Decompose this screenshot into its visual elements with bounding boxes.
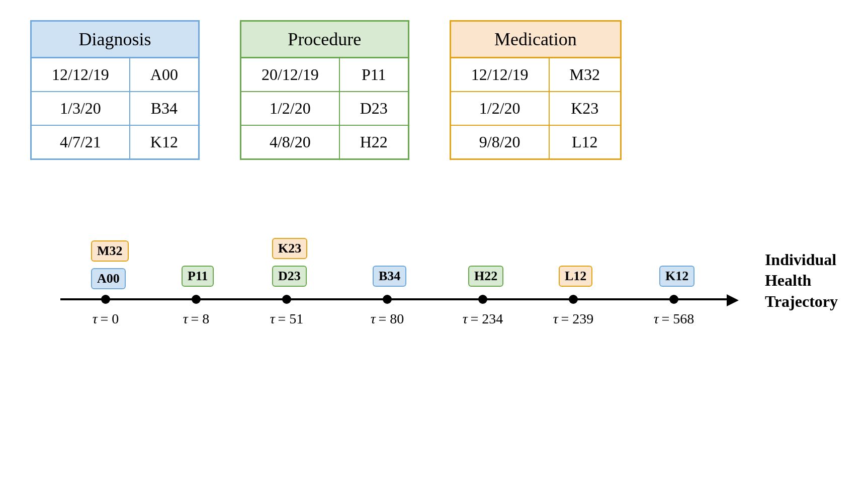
diagnosis-header: Diagnosis xyxy=(31,21,199,58)
procedure-table: Procedure 20/12/19P111/2/20D234/8/20H22 xyxy=(240,20,409,160)
medication-table: Medication 12/12/19M321/2/20K239/8/20L12 xyxy=(450,20,622,160)
timeline-area: τ = 0τ = 8τ = 51τ = 80τ = 234τ = 239τ = … xyxy=(30,200,755,361)
event-card: L12 xyxy=(559,266,592,287)
procedure-header: Procedure xyxy=(240,21,408,58)
table-cell-code: P11 xyxy=(339,58,409,92)
main-container: Diagnosis 12/12/19A001/3/20B344/7/21K12 … xyxy=(0,0,868,496)
table-cell-date: 1/2/20 xyxy=(240,92,339,125)
table-cell-code: B34 xyxy=(130,92,199,125)
event-card: A00 xyxy=(91,268,126,289)
medication-header: Medication xyxy=(450,21,621,58)
event-card: P11 xyxy=(182,266,214,287)
tau-label: τ = 8 xyxy=(183,311,209,327)
tau-label: τ = 239 xyxy=(553,311,593,327)
timeline-dot xyxy=(282,295,291,304)
table-cell-code: D23 xyxy=(339,92,409,125)
tau-label: τ = 568 xyxy=(654,311,694,327)
tau-label: τ = 80 xyxy=(371,311,404,327)
diagnosis-table: Diagnosis 12/12/19A001/3/20B344/7/21K12 xyxy=(30,20,200,160)
timeline-dot xyxy=(101,295,110,304)
table-cell-code: A00 xyxy=(130,58,199,92)
tau-label: τ = 234 xyxy=(463,311,503,327)
table-cell-date: 1/3/20 xyxy=(31,92,130,125)
table-cell-date: 12/12/19 xyxy=(31,58,130,92)
table-cell-date: 1/2/20 xyxy=(450,92,549,125)
table-cell-code: H22 xyxy=(339,125,409,159)
timeline-dot xyxy=(192,295,201,304)
timeline-dot xyxy=(569,295,578,304)
event-card: M32 xyxy=(91,240,129,262)
table-cell-date: 4/8/20 xyxy=(240,125,339,159)
timeline-dot xyxy=(669,295,678,304)
timeline-line xyxy=(60,298,734,300)
timeline-dot xyxy=(478,295,487,304)
trajectory-label: Individual Health Trajectory xyxy=(765,250,838,312)
table-cell-date: 12/12/19 xyxy=(450,58,549,92)
timeline-section: τ = 0τ = 8τ = 51τ = 80τ = 234τ = 239τ = … xyxy=(30,200,838,361)
timeline-dot xyxy=(383,295,392,304)
event-card: B34 xyxy=(373,266,406,287)
timeline-arrow xyxy=(727,294,739,306)
tables-row: Diagnosis 12/12/19A001/3/20B344/7/21K12 … xyxy=(30,20,622,160)
event-card: H22 xyxy=(468,266,503,287)
event-card: K23 xyxy=(272,238,307,259)
table-cell-date: 9/8/20 xyxy=(450,125,549,159)
table-cell-code: L12 xyxy=(549,125,621,159)
event-card: K12 xyxy=(659,266,695,287)
event-card: D23 xyxy=(272,266,307,287)
table-cell-date: 4/7/21 xyxy=(31,125,130,159)
tau-label: τ = 51 xyxy=(270,311,303,327)
table-cell-code: K23 xyxy=(549,92,621,125)
table-cell-code: K12 xyxy=(130,125,199,159)
table-cell-date: 20/12/19 xyxy=(240,58,339,92)
tau-label: τ = 0 xyxy=(93,311,119,327)
table-cell-code: M32 xyxy=(549,58,621,92)
